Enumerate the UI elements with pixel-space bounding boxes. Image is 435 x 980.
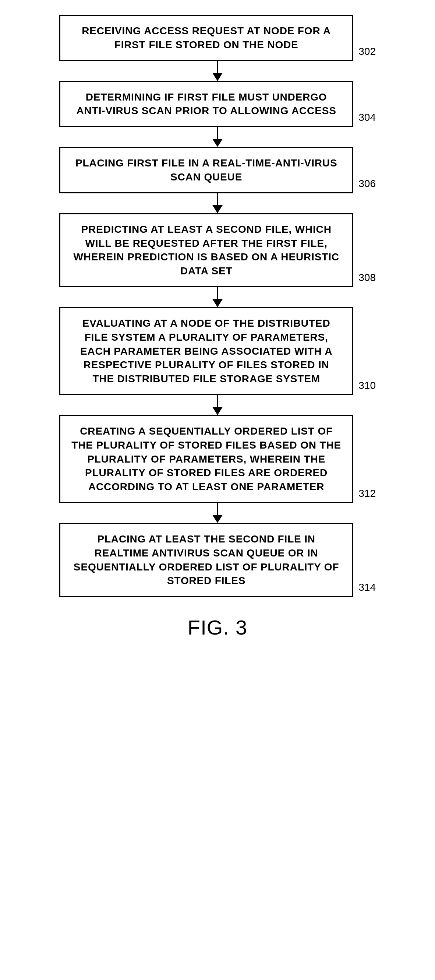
step-box-310: EVALUATING AT A NODE OF THE DISTRIBUTED … — [59, 307, 353, 395]
step-text-312: CREATING A SEQUENTIALLY ORDERED LIST OF … — [71, 425, 341, 492]
svg-marker-3 — [212, 139, 223, 147]
figure-label: FIG. 3 — [188, 616, 247, 640]
svg-marker-7 — [212, 299, 223, 307]
svg-marker-1 — [212, 73, 223, 81]
arrow-1 — [59, 61, 376, 81]
step-label-312: 312 — [359, 488, 376, 503]
step-label-308: 308 — [359, 272, 376, 287]
step-text-308: PREDICTING AT LEAST A SECOND FILE, WHICH… — [73, 224, 339, 277]
step-label-306: 306 — [359, 178, 376, 193]
svg-marker-5 — [212, 205, 223, 213]
step-row-302: RECEIVING ACCESS REQUEST AT NODE FOR A F… — [59, 15, 376, 61]
step-row-308: PREDICTING AT LEAST A SECOND FILE, WHICH… — [59, 213, 376, 287]
step-label-310: 310 — [359, 380, 376, 395]
step-box-302: RECEIVING ACCESS REQUEST AT NODE FOR A F… — [59, 15, 353, 61]
step-box-314: PLACING AT LEAST THE SECOND FILE IN REAL… — [59, 523, 353, 597]
arrow-3 — [59, 193, 376, 213]
step-row-306: PLACING FIRST FILE IN A REAL-TIME-ANTI-V… — [59, 147, 376, 193]
step-box-306: PLACING FIRST FILE IN A REAL-TIME-ANTI-V… — [59, 147, 353, 193]
step-text-302: RECEIVING ACCESS REQUEST AT NODE FOR A F… — [82, 25, 331, 51]
svg-marker-9 — [212, 407, 223, 415]
step-label-314: 314 — [359, 582, 376, 597]
step-row-312: CREATING A SEQUENTIALLY ORDERED LIST OF … — [59, 415, 376, 503]
step-text-306: PLACING FIRST FILE IN A REAL-TIME-ANTI-V… — [75, 157, 338, 183]
arrow-5 — [59, 395, 376, 415]
step-box-308: PREDICTING AT LEAST A SECOND FILE, WHICH… — [59, 213, 353, 287]
step-row-304: DETERMINING IF FIRST FILE MUST UNDERGO A… — [59, 81, 376, 127]
step-label-302: 302 — [359, 46, 376, 61]
step-box-312: CREATING A SEQUENTIALLY ORDERED LIST OF … — [59, 415, 353, 503]
svg-marker-11 — [212, 515, 223, 523]
step-text-304: DETERMINING IF FIRST FILE MUST UNDERGO A… — [76, 91, 337, 117]
arrow-4 — [59, 287, 376, 307]
step-label-304: 304 — [359, 111, 376, 127]
step-box-304: DETERMINING IF FIRST FILE MUST UNDERGO A… — [59, 81, 353, 127]
flowchart: RECEIVING ACCESS REQUEST AT NODE FOR A F… — [59, 15, 376, 640]
arrow-6 — [59, 503, 376, 523]
step-row-310: EVALUATING AT A NODE OF THE DISTRIBUTED … — [59, 307, 376, 395]
step-row-314: PLACING AT LEAST THE SECOND FILE IN REAL… — [59, 523, 376, 597]
step-text-314: PLACING AT LEAST THE SECOND FILE IN REAL… — [74, 533, 339, 586]
arrow-2 — [59, 127, 376, 147]
step-text-310: EVALUATING AT A NODE OF THE DISTRIBUTED … — [80, 317, 332, 385]
